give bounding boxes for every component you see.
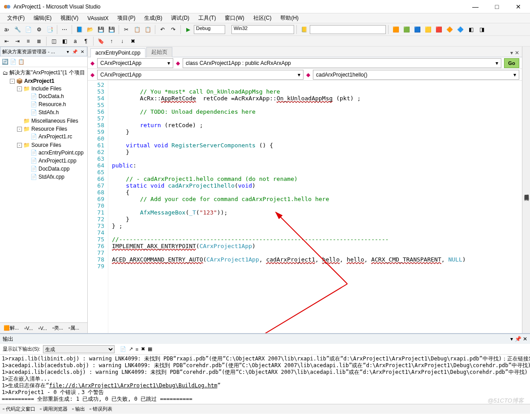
dropdown-icon[interactable]: ▾: [510, 336, 513, 342]
side-tab[interactable]: 🟧解...: [2, 324, 21, 332]
tool-icon[interactable]: ◧: [466, 25, 476, 34]
pin-icon[interactable]: 📌: [515, 336, 521, 342]
file-node[interactable]: DocData.h: [38, 93, 64, 99]
expand-toggle[interactable]: -: [17, 127, 22, 132]
tool-icon[interactable]: ≡: [23, 36, 33, 46]
tool-icon[interactable]: 🟦: [412, 25, 422, 34]
tool-icon[interactable]: ≣: [34, 36, 44, 46]
file-node[interactable]: StdAfx.h: [38, 109, 59, 116]
expand-toggle[interactable]: -: [17, 86, 22, 91]
file-node[interactable]: DocData.cpp: [38, 166, 69, 172]
tool-icon[interactable]: 🔶: [445, 25, 454, 34]
save-all-button[interactable]: 💾: [107, 25, 116, 34]
status-tab[interactable]: ▫ 输出: [72, 406, 85, 412]
tool-icon[interactable]: ⇤: [2, 36, 12, 46]
close-panel-icon[interactable]: ✕: [80, 49, 85, 54]
nav-back-button[interactable]: a›: [2, 25, 12, 34]
tool-icon[interactable]: ▦: [148, 346, 152, 352]
tool-icon[interactable]: ◧: [60, 36, 69, 46]
folder-node[interactable]: Miscellaneous Files: [31, 118, 78, 124]
tab-close-icon[interactable]: ✕: [515, 50, 519, 56]
menu-item[interactable]: VAssistX: [83, 14, 113, 22]
start-debug-button[interactable]: ▶: [183, 25, 193, 34]
open-button[interactable]: 📂: [85, 25, 95, 34]
menu-item[interactable]: 工具(T): [194, 13, 220, 23]
close-button[interactable]: ✕: [512, 3, 525, 10]
tool-icon[interactable]: 🟧: [391, 25, 401, 34]
tool-icon[interactable]: ✖: [128, 36, 138, 46]
tab-dropdown-icon[interactable]: ▾: [510, 50, 513, 56]
minimize-button[interactable]: —: [469, 3, 482, 10]
member-dropdown-1[interactable]: CArxProject1App▾: [97, 70, 303, 80]
menu-item[interactable]: 生成(B): [140, 13, 167, 23]
tool-icon[interactable]: ↓: [117, 36, 127, 46]
new-button[interactable]: 📘: [74, 25, 84, 34]
menu-item[interactable]: 视图(V): [56, 13, 83, 23]
menu-item[interactable]: 社区(C): [249, 13, 276, 23]
folder-node[interactable]: Resource Files: [31, 126, 67, 132]
expand-toggle[interactable]: -: [10, 79, 15, 84]
folder-node[interactable]: Include Files: [31, 86, 61, 92]
tool-icon[interactable]: ⇥: [13, 36, 22, 46]
save-button[interactable]: 💾: [96, 25, 106, 34]
find-dropdown[interactable]: [310, 25, 386, 34]
file-node[interactable]: StdAfx.cpp: [38, 174, 64, 180]
project-node[interactable]: ArxProject1: [24, 78, 54, 84]
paste-button[interactable]: 📋: [143, 25, 153, 34]
file-node[interactable]: Resource.h: [38, 101, 66, 107]
code-editor[interactable]: 52 53 54 55 56 57 58 59 60 61 62 63 64 6…: [88, 81, 522, 333]
side-tab[interactable]: ▫属...: [67, 324, 81, 332]
tool-icon[interactable]: a: [70, 36, 80, 46]
menu-item[interactable]: 文件(F): [3, 13, 29, 23]
properties-icon[interactable]: 📋: [18, 59, 24, 65]
menu-item[interactable]: 编辑(E): [29, 13, 56, 23]
expand-toggle[interactable]: -: [17, 143, 22, 148]
cut-button[interactable]: ✂: [121, 25, 131, 34]
menu-item[interactable]: 帮助(H): [276, 13, 303, 23]
tool-icon[interactable]: ≡: [136, 347, 138, 352]
side-tab[interactable]: ▫类...: [51, 324, 65, 332]
status-tab[interactable]: ▫ 错误列表: [90, 406, 112, 412]
copy-button[interactable]: 📋: [132, 25, 142, 34]
undo-button[interactable]: ↶: [158, 25, 167, 34]
side-tab[interactable]: ▫V...: [22, 325, 34, 332]
refresh-icon[interactable]: 🔄: [2, 59, 8, 65]
menu-item[interactable]: 调试(D): [167, 13, 194, 23]
status-tab[interactable]: ▫ 代码定义窗口: [3, 406, 35, 412]
file-node[interactable]: ArxProject1.cpp: [38, 158, 77, 164]
tab-acrxEntryPoint[interactable]: acrxEntryPoint.cpp: [90, 48, 145, 57]
config-dropdown[interactable]: Debug: [194, 25, 225, 34]
tool-icon[interactable]: ⋯: [60, 25, 69, 34]
scope-dropdown-2[interactable]: class CArxProject1App : public AcRxArxAp…: [183, 58, 501, 68]
file-node[interactable]: acrxEntryPoint.cpp: [38, 150, 84, 156]
maximize-button[interactable]: □: [491, 3, 503, 10]
solution-tree[interactable]: 🗂解决方案"ArxProject1"(1 个项目 -📦ArxProject1 -…: [0, 67, 87, 322]
tool-icon[interactable]: 📄: [23, 25, 33, 34]
tool-icon[interactable]: ¶: [81, 36, 91, 46]
tool-icon[interactable]: 🔖: [96, 36, 106, 46]
right-rail[interactable]: 服务器资源管理器 工具箱: [522, 47, 530, 333]
platform-dropdown[interactable]: Win32: [231, 25, 294, 34]
menu-item[interactable]: 窗口(W): [220, 13, 248, 23]
clear-output-button[interactable]: ✖: [141, 346, 145, 352]
tool-icon[interactable]: 🟩: [402, 25, 411, 34]
folder-node[interactable]: Source Files: [31, 142, 61, 148]
go-button[interactable]: Go: [504, 58, 519, 68]
tab-start-page[interactable]: 起始页: [146, 47, 172, 57]
close-panel-icon[interactable]: ✕: [523, 336, 527, 342]
output-source-dropdown[interactable]: 生成: [43, 345, 115, 353]
tool-icon[interactable]: 📑: [45, 25, 55, 34]
tool-icon[interactable]: ↗: [129, 346, 133, 352]
menu-item[interactable]: 项目(P): [113, 13, 140, 23]
redo-button[interactable]: ↷: [168, 25, 178, 34]
member-dropdown-2[interactable]: cadArxProject1hello()▾: [313, 70, 519, 80]
solution-root[interactable]: 解决方案"ArxProject1"(1 个项目: [9, 69, 85, 77]
tool-icon[interactable]: ◫: [49, 36, 59, 46]
tool-icon[interactable]: 🔷: [455, 25, 465, 34]
output-text[interactable]: 1>rxapi.lib(libinit.obj) : warning LNK40…: [0, 355, 530, 404]
tool-icon[interactable]: 🔧: [13, 25, 22, 34]
tool-icon[interactable]: 📒: [299, 25, 309, 34]
tool-icon[interactable]: 📄: [120, 346, 126, 352]
file-node[interactable]: ArxProject1.rc: [38, 133, 72, 140]
tool-icon[interactable]: 🟨: [423, 25, 433, 34]
